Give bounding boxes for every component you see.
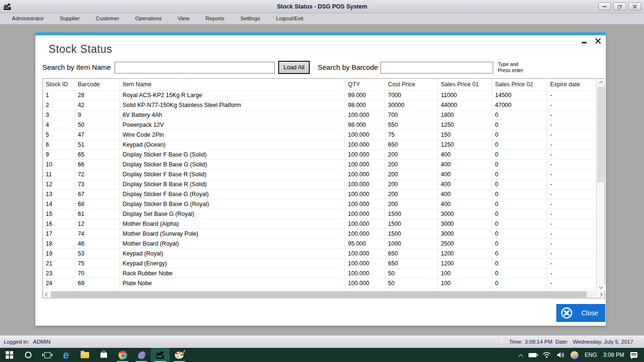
table-cell: 650 (385, 140, 438, 150)
table-cell: 47000 (492, 100, 547, 110)
table-cell: 100.000 (345, 279, 385, 288)
language-indicator[interactable]: ENG (585, 352, 597, 358)
table-cell[interactable]: Sales Price 02 (492, 79, 547, 90)
table-row[interactable]: 651Keypad (Ocean)100.00065012500- (43, 140, 596, 150)
table-cell: 100.000 (345, 229, 385, 239)
table-cell: 18 (43, 239, 75, 249)
start-button[interactable] (0, 348, 19, 362)
table-cell: 100.000 (345, 249, 385, 259)
table-row[interactable]: 1953Keypad (Royal)100.00065012000- (43, 249, 596, 259)
menu-item-settings[interactable]: Settings (240, 16, 260, 21)
table-row[interactable]: 396V Battery 4Ah100.00070018000- (43, 110, 596, 120)
table-cell: Keypad (Royal) (120, 249, 345, 259)
table-cell: 0 (492, 229, 547, 239)
table-cell: 44000 (438, 100, 492, 110)
table-cell[interactable]: Cost Price (385, 79, 438, 90)
dialog-close-icon[interactable] (595, 38, 601, 44)
table-cell: 24 (43, 279, 75, 288)
table-cell[interactable]: Expire date (547, 79, 596, 90)
search-barcode-input[interactable] (380, 62, 493, 74)
table-row[interactable]: 1612Mother Board (Alpha)100.000150030000… (43, 219, 596, 229)
scroll-left-button[interactable] (43, 291, 51, 298)
table-cell: - (547, 279, 596, 288)
table-row[interactable]: 1367Display Sticker F Base G (Royal)100.… (43, 189, 596, 199)
edge-button[interactable]: e (57, 348, 75, 362)
table-cell[interactable]: Barcode (75, 79, 120, 90)
table-cell: 0 (492, 279, 547, 288)
menu-item-operations[interactable]: Operations (135, 16, 162, 21)
table-cell: 0 (492, 189, 547, 199)
table-cell[interactable]: QTY (345, 79, 385, 90)
close-button[interactable]: Close (556, 304, 605, 322)
menu-item-customer[interactable]: Customer (96, 16, 119, 21)
search-item-input[interactable] (115, 62, 275, 74)
cortana-button[interactable] (19, 348, 38, 362)
menu-item-reports[interactable]: Reports (206, 16, 224, 21)
table-cell: 14 (43, 199, 75, 209)
table-cell[interactable]: Sales Price 01 (438, 79, 492, 90)
table-cell: Mother Board (Sunway Pole) (120, 229, 345, 239)
chrome-button[interactable] (113, 348, 132, 362)
table-cell[interactable]: Item Name (120, 79, 345, 90)
menu-item-view[interactable]: View (178, 16, 190, 21)
action-center-icon[interactable] (630, 352, 637, 358)
vertical-scrollbar[interactable] (596, 79, 604, 291)
table-row[interactable]: 1066Display Sticker B Base G (Solid)100.… (43, 160, 596, 170)
table-row[interactable]: 242Solid KP-N77-150Kg Stainless Steel Pl… (43, 100, 596, 110)
table-cell: 12 (43, 180, 75, 189)
table-row[interactable]: 2175Keypad (Energy)100.00065012000- (43, 259, 596, 269)
load-all-button[interactable]: Load All (278, 61, 310, 74)
wifi-icon[interactable] (543, 352, 551, 358)
client-area: Stock Status Search by Item Name Load Al… (0, 24, 644, 336)
table-cell: 0 (492, 269, 547, 279)
minimize-icon (603, 6, 607, 7)
table-body: 128Royal ACS-KP2 15Kg R Large99.00070001… (43, 90, 596, 288)
file-explorer-button[interactable] (75, 348, 94, 362)
menu-item-administrator[interactable]: Administrator (12, 16, 44, 21)
restore-button[interactable] (613, 2, 626, 10)
table-row[interactable]: 547Wire Code 2Pin100.000751500- (43, 130, 596, 140)
vertical-scroll-thumb[interactable] (597, 87, 604, 182)
scroll-up-button[interactable] (597, 79, 605, 86)
table-row[interactable]: 2469Plate Nobe100.000501000- (43, 279, 596, 288)
table-row[interactable]: 2370Rack Rubber Nobe100.000501000- (43, 269, 596, 279)
table-row[interactable]: 1774Mother Board (Sunway Pole)100.000150… (43, 229, 596, 239)
table-row[interactable]: 1172Display Sticker F Base R (Solid)100.… (43, 170, 596, 180)
table-cell: 50 (385, 279, 438, 288)
statusbar-separator (501, 338, 502, 346)
menu-item-supplier[interactable]: Supplier (60, 16, 80, 21)
table-cell: 0 (492, 150, 547, 160)
minimize-button[interactable] (598, 2, 611, 10)
tray-chevron-icon[interactable] (519, 354, 523, 359)
scroll-down-button[interactable] (597, 284, 605, 291)
battery-icon[interactable] (528, 353, 537, 357)
task-view-button[interactable] (38, 348, 57, 362)
close-window-button[interactable] (628, 2, 641, 10)
table-row[interactable]: 1561Display Set Base G (Royal)100.000150… (43, 209, 596, 219)
table-cell: 100 (438, 269, 492, 279)
volume-icon[interactable] (557, 352, 564, 358)
purple-app-button[interactable] (132, 348, 151, 362)
table-row[interactable]: 965Display Sticker F Base G (Solid)100.0… (43, 150, 596, 160)
horizontal-scroll-thumb[interactable] (51, 291, 586, 297)
table-cell: 0 (492, 140, 547, 150)
paint-app-button[interactable] (170, 348, 189, 362)
menu-bar: AdministratorSupplierCustomerOperationsV… (0, 13, 644, 24)
store-button[interactable] (94, 348, 113, 362)
table-row[interactable]: 1273Display Sticker B Base R (Solid)100.… (43, 180, 596, 189)
table-cell[interactable]: Stock ID (43, 79, 75, 90)
table-cell: Solid KP-N77-150Kg Stainless Steel Platf… (120, 100, 345, 110)
taskbar-clock[interactable]: 3:08 PM (603, 352, 624, 358)
table-row[interactable]: 1846Mother Board (Royal)95.000100025000- (43, 239, 596, 249)
circle-x-icon (561, 307, 573, 319)
weather-icon[interactable] (570, 351, 578, 359)
menu-item-logout-exit[interactable]: Logout/Exit (276, 16, 304, 21)
table-cell: 1250 (438, 140, 492, 150)
horizontal-scrollbar[interactable] (43, 291, 604, 298)
pos-app-button[interactable] (151, 348, 170, 362)
table-row[interactable]: 450Powerpack 12V98.00055012500- (43, 120, 596, 130)
table-row[interactable]: 128Royal ACS-KP2 15Kg R Large99.00070001… (43, 90, 596, 100)
table-row[interactable]: 1468Display Sticker B Base G (Royal)100.… (43, 199, 596, 209)
scroll-right-button[interactable] (596, 291, 604, 298)
dialog-minimize-icon[interactable] (582, 42, 586, 43)
